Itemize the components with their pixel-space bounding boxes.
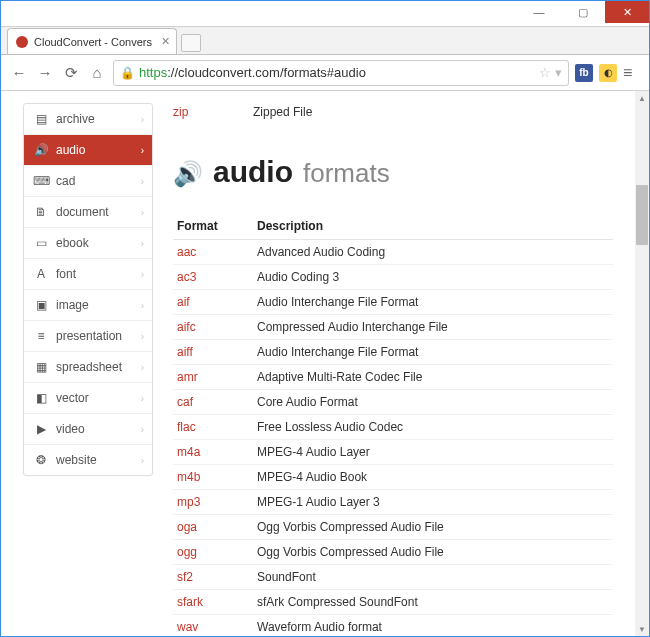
th-description: Description <box>253 213 613 240</box>
format-link[interactable]: m4b <box>173 465 253 490</box>
format-description: sfArk Compressed SoundFont <box>253 590 613 615</box>
sidebar-item-document[interactable]: 🗎document› <box>24 197 152 228</box>
format-description: SoundFont <box>253 565 613 590</box>
format-link[interactable]: flac <box>173 415 253 440</box>
scrollbar[interactable]: ▲ ▼ <box>635 91 649 636</box>
sidebar-item-label: ebook <box>56 236 89 250</box>
sidebar-item-spreadsheet[interactable]: ▦spreadsheet› <box>24 352 152 383</box>
format-description: Free Lossless Audio Codec <box>253 415 613 440</box>
format-link[interactable]: wav <box>173 615 253 637</box>
chevron-right-icon: › <box>141 300 144 311</box>
formats-table: Format Description aacAdvanced Audio Cod… <box>173 213 613 636</box>
favicon-icon <box>16 36 28 48</box>
format-description: Audio Coding 3 <box>253 265 613 290</box>
forward-button[interactable]: → <box>35 63 55 83</box>
window-close-button[interactable]: ✕ <box>605 1 649 23</box>
format-link[interactable]: zip <box>173 105 253 119</box>
reload-button[interactable]: ⟳ <box>61 63 81 83</box>
sidebar-item-label: archive <box>56 112 95 126</box>
format-description: Adaptive Multi-Rate Codec File <box>253 365 613 390</box>
sidebar-item-font[interactable]: Afont› <box>24 259 152 290</box>
page-body: ▤archive›🔊audio›⌨cad›🗎document›▭ebook›Af… <box>1 91 635 636</box>
scroll-up-button[interactable]: ▲ <box>635 91 649 105</box>
extension-pin-icon[interactable]: ◐ <box>599 64 617 82</box>
tab-title: CloudConvert - Convers <box>34 36 152 48</box>
format-link[interactable]: ac3 <box>173 265 253 290</box>
url-path: ://cloudconvert.com/formats#audio <box>167 65 366 80</box>
bookmark-star-icon[interactable]: ☆ <box>539 65 551 80</box>
sidebar-item-ebook[interactable]: ▭ebook› <box>24 228 152 259</box>
format-link[interactable]: sf2 <box>173 565 253 590</box>
spreadsheet-icon: ▦ <box>34 360 48 374</box>
format-link[interactable]: amr <box>173 365 253 390</box>
sidebar-item-label: audio <box>56 143 85 157</box>
format-description: Ogg Vorbis Compressed Audio File <box>253 540 613 565</box>
scroll-down-button[interactable]: ▼ <box>635 622 649 636</box>
chevron-right-icon: › <box>141 393 144 404</box>
scroll-thumb[interactable] <box>636 185 648 245</box>
format-link[interactable]: m4a <box>173 440 253 465</box>
format-description: Core Audio Format <box>253 390 613 415</box>
table-row: aifcCompressed Audio Interchange File <box>173 315 613 340</box>
chevron-right-icon: › <box>141 424 144 435</box>
format-link[interactable]: ogg <box>173 540 253 565</box>
chevron-right-icon: › <box>141 114 144 125</box>
address-bar[interactable]: 🔒 https://cloudconvert.com/formats#audio… <box>113 60 569 86</box>
format-link[interactable]: sfark <box>173 590 253 615</box>
sidebar-item-cad[interactable]: ⌨cad› <box>24 166 152 197</box>
table-row: aacAdvanced Audio Coding <box>173 240 613 265</box>
format-link[interactable]: aac <box>173 240 253 265</box>
page-action-icon[interactable]: ▾ <box>555 65 562 80</box>
table-row: aifAudio Interchange File Format <box>173 290 613 315</box>
sidebar-item-video[interactable]: ▶video› <box>24 414 152 445</box>
table-row: aiffAudio Interchange File Format <box>173 340 613 365</box>
website-icon: ❂ <box>34 453 48 467</box>
format-link[interactable]: caf <box>173 390 253 415</box>
sidebar-item-presentation[interactable]: ≡presentation› <box>24 321 152 352</box>
window-titlebar: — ▢ ✕ <box>1 1 649 27</box>
browser-menu-button[interactable]: ≡ <box>623 64 641 82</box>
main-content: zip Zipped File 🔊 audio formats Format D… <box>173 103 613 616</box>
category-sidebar: ▤archive›🔊audio›⌨cad›🗎document›▭ebook›Af… <box>23 103 153 476</box>
tab-strip: CloudConvert - Convers ✕ <box>1 27 649 55</box>
format-link[interactable]: mp3 <box>173 490 253 515</box>
ebook-icon: ▭ <box>34 236 48 250</box>
format-link[interactable]: aifc <box>173 315 253 340</box>
cad-icon: ⌨ <box>34 174 48 188</box>
window-minimize-button[interactable]: — <box>517 1 561 23</box>
archive-icon: ▤ <box>34 112 48 126</box>
sidebar-item-archive[interactable]: ▤archive› <box>24 104 152 135</box>
sidebar-item-image[interactable]: ▣image› <box>24 290 152 321</box>
extension-fb-icon[interactable]: fb <box>575 64 593 82</box>
sidebar-item-label: spreadsheet <box>56 360 122 374</box>
table-row: ogaOgg Vorbis Compressed Audio File <box>173 515 613 540</box>
sidebar-item-label: vector <box>56 391 89 405</box>
new-tab-button[interactable] <box>181 34 201 52</box>
presentation-icon: ≡ <box>34 329 48 343</box>
video-icon: ▶ <box>34 422 48 436</box>
home-button[interactable]: ⌂ <box>87 63 107 83</box>
format-link[interactable]: aiff <box>173 340 253 365</box>
tab-close-button[interactable]: ✕ <box>161 35 170 48</box>
browser-toolbar: ← → ⟳ ⌂ 🔒 https://cloudconvert.com/forma… <box>1 55 649 91</box>
sidebar-item-label: presentation <box>56 329 122 343</box>
sidebar-item-vector[interactable]: ◧vector› <box>24 383 152 414</box>
font-icon: A <box>34 267 48 281</box>
section-heading: 🔊 audio formats <box>173 155 613 189</box>
back-button[interactable]: ← <box>9 63 29 83</box>
table-row: cafCore Audio Format <box>173 390 613 415</box>
format-link[interactable]: oga <box>173 515 253 540</box>
heading-subtitle: formats <box>303 158 390 189</box>
sidebar-item-website[interactable]: ❂website› <box>24 445 152 475</box>
content-area: ▤archive›🔊audio›⌨cad›🗎document›▭ebook›Af… <box>1 91 649 636</box>
format-link[interactable]: aif <box>173 290 253 315</box>
format-description: Ogg Vorbis Compressed Audio File <box>253 515 613 540</box>
window-maximize-button[interactable]: ▢ <box>561 1 605 23</box>
url-protocol: https <box>139 65 167 80</box>
browser-tab[interactable]: CloudConvert - Convers ✕ <box>7 28 177 54</box>
format-description: MPEG-4 Audio Layer <box>253 440 613 465</box>
table-row: amrAdaptive Multi-Rate Codec File <box>173 365 613 390</box>
format-description: Audio Interchange File Format <box>253 340 613 365</box>
sidebar-item-audio[interactable]: 🔊audio› <box>24 135 152 166</box>
table-row: flacFree Lossless Audio Codec <box>173 415 613 440</box>
